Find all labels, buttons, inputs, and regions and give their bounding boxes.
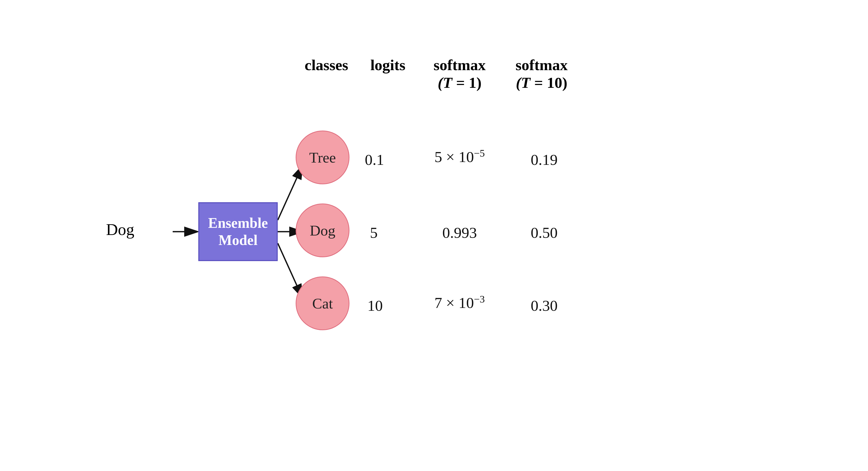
header-logits: logits: [362, 56, 413, 74]
diagram-inner: classes logits softmax (T = 1) softmax (…: [101, 56, 767, 415]
logit-cat: 10: [367, 297, 383, 314]
class-circle-dog: Dog: [296, 203, 349, 257]
softmax10-tree: 0.19: [508, 151, 580, 169]
model-box: EnsembleModel: [198, 202, 278, 261]
softmax1-dog: 0.993: [424, 224, 495, 242]
softmax1-tree: 5 × 10−5: [424, 147, 495, 166]
class-circle-cat: Cat: [296, 276, 349, 330]
svg-line-4: [278, 243, 302, 297]
header-softmax10: softmax (T = 10): [506, 56, 578, 92]
diagram-container: classes logits softmax (T = 1) softmax (…: [50, 31, 818, 440]
logit-dog: 5: [370, 224, 378, 242]
svg-line-2: [278, 166, 302, 220]
header-softmax1: softmax (T = 1): [424, 56, 495, 92]
softmax10-cat: 0.30: [508, 297, 580, 314]
class-circle-tree: Tree: [296, 131, 349, 184]
softmax1-cat: 7 × 10−3: [424, 293, 495, 312]
header-classes: classes: [296, 56, 357, 74]
logit-tree: 0.1: [365, 151, 384, 169]
input-label: Dog: [106, 220, 134, 239]
softmax10-dog: 0.50: [508, 224, 580, 242]
